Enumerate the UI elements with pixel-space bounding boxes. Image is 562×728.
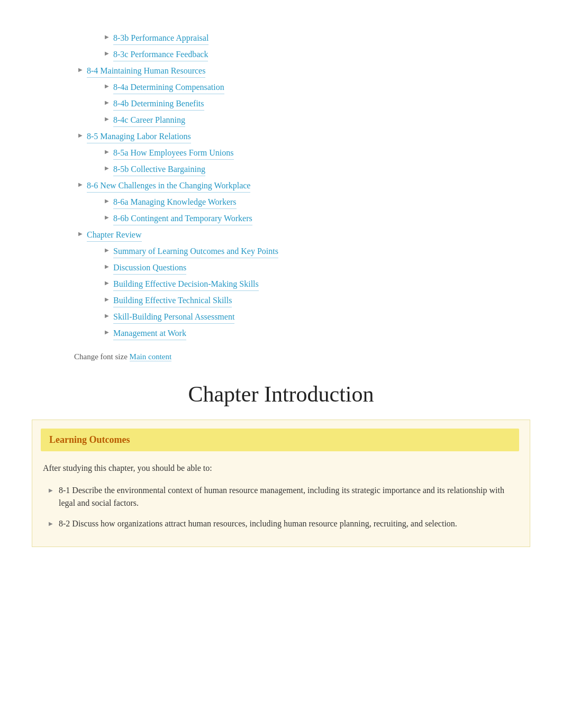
toc-bullet-icon xyxy=(101,82,113,90)
page-container: 8-3b Performance Appraisal 8-3c Performa… xyxy=(0,0,562,583)
font-size-label: Change font size xyxy=(74,352,128,361)
toc-bullet-icon xyxy=(101,246,113,254)
toc-item: Building Effective Technical Skills xyxy=(32,294,530,307)
outcomes-list: 8-1 Describe the environmental context o… xyxy=(41,484,519,531)
outcome-desc-2: Discuss how organizations attract human … xyxy=(72,519,457,528)
chapter-title-section: Chapter Introduction xyxy=(32,378,530,411)
toc-link-8-3b[interactable]: 8-3b Performance Appraisal xyxy=(113,32,209,45)
outcome-item-2: 8-2 Discuss how organizations attract hu… xyxy=(41,517,519,531)
toc-item: Chapter Review xyxy=(32,229,530,242)
intro-text: After studying this chapter, you should … xyxy=(41,462,519,475)
toc-link-skill-building[interactable]: Skill-Building Personal Assessment xyxy=(113,311,234,324)
toc-item: Summary of Learning Outcomes and Key Poi… xyxy=(32,245,530,258)
toc-link-discussion[interactable]: Discussion Questions xyxy=(113,261,186,275)
toc-item: 8-5 Managing Labor Relations xyxy=(32,130,530,143)
outcome-text-1: 8-1 Describe the environmental context o… xyxy=(59,484,517,511)
learning-outcomes-label: Learning Outcomes xyxy=(49,434,130,445)
toc-bullet-icon xyxy=(101,98,113,106)
toc-link-8-3c[interactable]: 8-3c Performance Feedback xyxy=(113,48,208,61)
toc-link-8-6b[interactable]: 8-6b Contingent and Temporary Workers xyxy=(113,212,252,225)
toc-link-8-5[interactable]: 8-5 Managing Labor Relations xyxy=(87,130,191,143)
toc-bullet-icon xyxy=(101,33,113,41)
toc-bullet-icon xyxy=(74,180,87,188)
main-content-link[interactable]: Main content xyxy=(130,352,172,361)
toc-bullet-icon xyxy=(101,295,113,303)
toc-link-8-5a[interactable]: 8-5a How Employees Form Unions xyxy=(113,147,234,160)
toc-bullet-icon xyxy=(74,66,87,74)
toc-link-8-4c[interactable]: 8-4c Career Planning xyxy=(113,114,185,127)
toc-link-technical-skills[interactable]: Building Effective Technical Skills xyxy=(113,294,232,307)
outcome-number-1: 8-1 xyxy=(59,486,72,495)
toc-bullet-icon xyxy=(101,262,113,270)
toc-link-8-4a[interactable]: 8-4a Determining Compensation xyxy=(113,81,224,94)
toc-item: Building Effective Decision-Making Skill… xyxy=(32,278,530,291)
toc-item: 8-6b Contingent and Temporary Workers xyxy=(32,212,530,225)
toc-bullet-icon xyxy=(101,328,113,336)
toc-bullet-icon xyxy=(74,131,87,139)
toc-bullet-icon xyxy=(74,230,87,238)
toc-item: Skill-Building Personal Assessment xyxy=(32,311,530,324)
toc-link-8-6[interactable]: 8-6 New Challenges in the Changing Workp… xyxy=(87,179,250,193)
outcome-text-2: 8-2 Discuss how organizations attract hu… xyxy=(59,517,457,531)
toc-item: 8-3b Performance Appraisal xyxy=(32,32,530,45)
toc-section: 8-3b Performance Appraisal 8-3c Performa… xyxy=(32,32,530,340)
toc-link-decision-making[interactable]: Building Effective Decision-Making Skill… xyxy=(113,278,259,291)
outcomes-box: Learning Outcomes After studying this ch… xyxy=(32,420,530,547)
toc-item: 8-4b Determining Benefits xyxy=(32,97,530,111)
toc-link-8-4b[interactable]: 8-4b Determining Benefits xyxy=(113,97,204,111)
toc-link-chapter-review[interactable]: Chapter Review xyxy=(87,229,142,242)
toc-bullet-icon xyxy=(101,164,113,172)
toc-item: 8-6a Managing Knowledge Workers xyxy=(32,196,530,209)
toc-item: 8-3c Performance Feedback xyxy=(32,48,530,61)
toc-link-8-5b[interactable]: 8-5b Collective Bargaining xyxy=(113,163,205,176)
toc-bullet-icon xyxy=(101,213,113,221)
outcome-number-2: 8-2 xyxy=(59,519,72,528)
font-size-line: Change font size Main content xyxy=(32,351,530,363)
outcome-bullet-icon xyxy=(43,520,59,527)
toc-item: 8-4a Determining Compensation xyxy=(32,81,530,94)
toc-link-8-6a[interactable]: 8-6a Managing Knowledge Workers xyxy=(113,196,237,209)
toc-item: Discussion Questions xyxy=(32,261,530,275)
toc-item: 8-5a How Employees Form Unions xyxy=(32,147,530,160)
toc-item: 8-4 Maintaining Human Resources xyxy=(32,65,530,78)
outcome-bullet-icon xyxy=(43,486,59,494)
toc-bullet-icon xyxy=(101,115,113,123)
toc-bullet-icon xyxy=(101,148,113,156)
toc-item: Management at Work xyxy=(32,327,530,340)
toc-item: 8-5b Collective Bargaining xyxy=(32,163,530,176)
toc-bullet-icon xyxy=(101,279,113,287)
chapter-title: Chapter Introduction xyxy=(32,378,530,411)
toc-bullet-icon xyxy=(101,49,113,57)
toc-bullet-icon xyxy=(101,197,113,205)
toc-item: 8-6 New Challenges in the Changing Workp… xyxy=(32,179,530,193)
outcome-item-1: 8-1 Describe the environmental context o… xyxy=(41,484,519,511)
toc-link-8-4[interactable]: 8-4 Maintaining Human Resources xyxy=(87,65,205,78)
toc-bullet-icon xyxy=(101,312,113,320)
toc-link-summary[interactable]: Summary of Learning Outcomes and Key Poi… xyxy=(113,245,278,258)
toc-link-management-at-work[interactable]: Management at Work xyxy=(113,327,186,340)
toc-item: 8-4c Career Planning xyxy=(32,114,530,127)
learning-outcomes-bar: Learning Outcomes xyxy=(41,429,519,451)
outcome-desc-1: Describe the environmental context of hu… xyxy=(59,486,504,508)
